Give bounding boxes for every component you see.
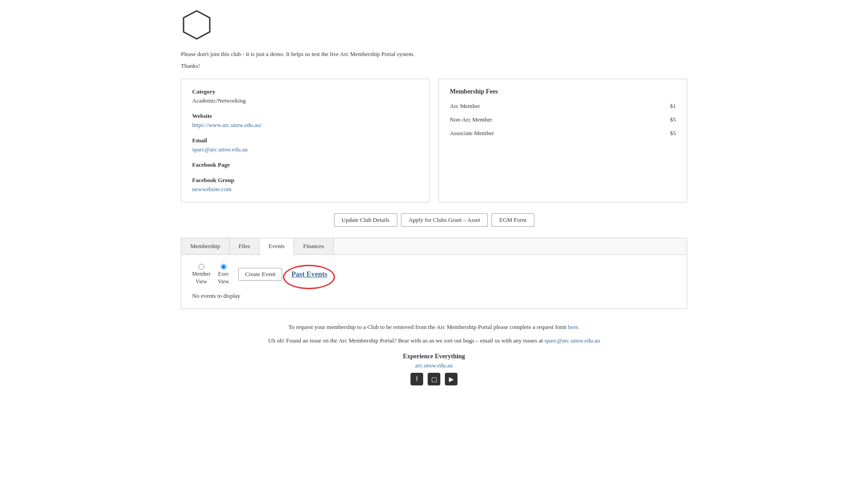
social-icons: f ▢ ▶ (181, 373, 687, 385)
fee-non-arc-member-amount: $5 (670, 116, 676, 123)
facebook-group-value: newwebsite.com (192, 186, 231, 192)
svg-marker-0 (184, 11, 210, 39)
tabs-header: Membership Files Events Finances (181, 238, 687, 255)
bug-email-link[interactable]: sparc@arc.unsw.edu.au (544, 337, 600, 344)
footer-brand-title: Experience Everything (181, 353, 687, 360)
membership-fees-title: Membership Fees (450, 88, 676, 95)
tab-events[interactable]: Events (259, 238, 294, 255)
events-tab-content: Member View Exec View Create Event Past … (181, 255, 687, 309)
tab-finances[interactable]: Finances (294, 238, 333, 254)
tabs-section: Membership Files Events Finances Member … (181, 238, 687, 309)
email-field: Email sparc@arc.unsw.edu.au (192, 137, 418, 153)
arc-logo (181, 9, 212, 41)
facebook-group-label: Facebook Group (192, 177, 418, 184)
exec-view-radio[interactable] (221, 264, 226, 270)
membership-fees-box: Membership Fees Arc Member $1 Non-Arc Me… (439, 79, 687, 202)
past-events-link[interactable]: Past Events (291, 270, 327, 278)
instagram-icon[interactable]: ▢ (428, 373, 440, 385)
footer-brand: Experience Everything arc.unsw.edu.au f … (181, 353, 687, 385)
website-link[interactable]: https://www.arc.unsw.edu.au/ (192, 122, 262, 128)
create-event-button[interactable]: Create Event (238, 268, 283, 281)
update-club-button[interactable]: Update Club Details (334, 213, 397, 227)
events-controls: Member View Exec View Create Event Past … (192, 264, 676, 285)
egm-form-button[interactable]: EGM Form (491, 213, 534, 227)
category-label: Category (192, 88, 418, 95)
no-events-text: No events to display (192, 292, 676, 300)
facebook-group-link[interactable]: newwebsite.com (192, 186, 231, 192)
facebook-icon[interactable]: f (410, 373, 423, 385)
youtube-icon[interactable]: ▶ (445, 373, 458, 385)
email-label: Email (192, 137, 418, 144)
category-field: Category Academic/Networking (192, 88, 418, 104)
facebook-page-field: Facebook Page (192, 161, 418, 169)
exec-view-sublabel: View (218, 278, 229, 285)
facebook-group-field: Facebook Group newwebsite.com (192, 177, 418, 193)
footer-bug-report: Uh oh! Found an issue on the Arc Members… (181, 336, 687, 346)
email-value: sparc@arc.unsw.edu.au (192, 146, 248, 153)
website-label: Website (192, 113, 418, 120)
fee-arc-member-amount: $1 (670, 103, 676, 110)
fee-associate-member-name: Associate Member (450, 130, 494, 137)
exec-view-label: Exec (218, 271, 229, 277)
exec-view-radio-item: Exec View (218, 264, 229, 285)
past-events-container: Past Events (291, 270, 327, 278)
tab-files[interactable]: Files (230, 238, 259, 254)
logo-area (181, 9, 687, 42)
website-value: https://www.arc.unsw.edu.au/ (192, 122, 262, 128)
tab-membership[interactable]: Membership (181, 238, 230, 254)
footer-brand-link[interactable]: arc.unsw.edu.au (181, 362, 687, 369)
email-link[interactable]: sparc@arc.unsw.edu.au (192, 146, 248, 153)
member-view-radio-item: Member View (192, 264, 211, 285)
fee-associate-member: Associate Member $5 (450, 130, 676, 137)
remove-membership-link[interactable]: here (568, 324, 578, 330)
action-buttons: Update Club Details Apply for Clubs Gran… (181, 213, 687, 227)
category-value: Academic/Networking (192, 97, 245, 104)
member-view-sublabel: View (196, 278, 207, 285)
club-info-box: Category Academic/Networking Website htt… (181, 79, 429, 202)
apply-grant-button[interactable]: Apply for Clubs Grant – Asset (401, 213, 488, 227)
fee-non-arc-member: Non-Arc Member $5 (450, 116, 676, 123)
info-row: Category Academic/Networking Website htt… (181, 79, 687, 202)
fee-arc-member-name: Arc Member (450, 103, 480, 110)
facebook-page-label: Facebook Page (192, 161, 418, 169)
member-view-radio[interactable] (198, 264, 204, 270)
member-view-label: Member (192, 271, 211, 277)
website-field: Website https://www.arc.unsw.edu.au/ (192, 113, 418, 129)
footer-remove-membership: To request your membership to a Club to … (181, 323, 687, 332)
fee-associate-member-amount: $5 (670, 130, 676, 137)
fee-non-arc-member-name: Non-Arc Member (450, 116, 492, 123)
fee-arc-member: Arc Member $1 (450, 103, 676, 110)
description-thanks: Thanks! (181, 62, 687, 70)
view-radio-group: Member View Exec View (192, 264, 229, 285)
description-main: Please don't join this club - it is just… (181, 50, 687, 59)
